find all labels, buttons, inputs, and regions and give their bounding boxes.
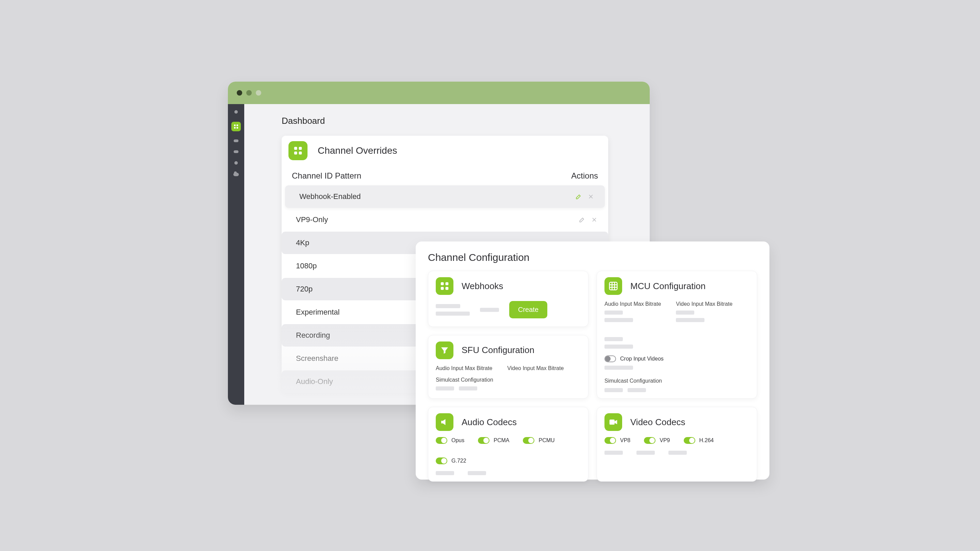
panel-title: Channel Overrides [318, 145, 397, 156]
edit-icon[interactable] [578, 216, 586, 223]
audio-codecs-card: Audio Codecs OpusPCMAPCMUG.722 [428, 407, 589, 482]
audio-codec-toggle[interactable]: PCMU [523, 437, 554, 444]
sidebar [228, 104, 244, 405]
mcu-simulcast-label: Simulcast Configuration [605, 378, 749, 384]
mcu-audio-label: Audio Input Max Bitrate [605, 301, 661, 307]
toggle-label: Opus [452, 437, 464, 444]
sfu-simulcast-label: Simulcast Configuration [436, 377, 581, 383]
audio-codec-toggle[interactable]: Opus [436, 437, 464, 444]
toggle-switch[interactable] [684, 437, 695, 444]
svg-rect-9 [445, 282, 449, 285]
table-row[interactable]: Webhook-Enabled [285, 185, 605, 208]
toggle-label: H.264 [699, 437, 714, 444]
svg-rect-11 [445, 287, 449, 290]
svg-rect-13 [609, 420, 615, 425]
sfu-title: SFU Configuration [461, 345, 535, 355]
svg-rect-4 [294, 147, 297, 150]
channel-config-popover: Channel Configuration Webhooks Create [416, 242, 770, 479]
svg-rect-1 [236, 124, 238, 126]
video-icon [605, 413, 622, 431]
svg-rect-6 [294, 152, 297, 155]
audio-codec-toggle[interactable]: G.722 [436, 457, 466, 464]
row-label: Webhook-Enabled [299, 192, 361, 201]
row-label: Screenshare [296, 354, 339, 363]
svg-rect-5 [299, 147, 302, 150]
video-codec-toggle[interactable]: VP8 [605, 437, 630, 444]
crop-label: Crop Input Videos [620, 356, 663, 362]
row-label: 1080p [296, 261, 317, 271]
mcu-video-label: Video Input Max Bitrate [676, 301, 732, 307]
sidebar-item-3[interactable] [234, 139, 239, 142]
row-label: 4Kp [296, 239, 309, 247]
toggle-switch[interactable] [644, 437, 655, 444]
edit-icon[interactable] [575, 193, 582, 200]
audio-codec-toggle[interactable]: PCMA [478, 437, 509, 444]
row-label: 720p [296, 285, 313, 293]
create-button[interactable]: Create [509, 301, 547, 318]
toggle-label: PCMU [538, 437, 554, 444]
toggle-label: VP9 [660, 437, 670, 444]
window-close-dot[interactable] [237, 90, 242, 96]
window-min-dot[interactable] [246, 90, 252, 96]
svg-rect-8 [441, 282, 444, 285]
video-codecs-title: Video Codecs [630, 417, 685, 428]
close-icon[interactable] [590, 216, 598, 223]
sidebar-item-dashboard[interactable] [231, 122, 241, 131]
window-max-dot[interactable] [256, 90, 261, 96]
grid-icon [436, 277, 453, 295]
audio-codecs-title: Audio Codecs [461, 417, 517, 428]
table-icon [605, 277, 622, 295]
col-actions: Actions [571, 171, 598, 181]
video-codec-toggle[interactable]: H.264 [684, 437, 714, 444]
toggle-switch[interactable] [605, 437, 616, 444]
toggle-switch[interactable] [478, 437, 490, 444]
row-label: Recording [296, 331, 330, 340]
toggle-switch[interactable] [436, 437, 447, 444]
table-row[interactable]: VP9-Only [282, 209, 608, 231]
toggle-label: G.722 [452, 458, 466, 464]
sidebar-item-5[interactable] [234, 161, 238, 165]
toggle-switch[interactable] [523, 437, 535, 444]
mcu-title: MCU Configuration [630, 281, 705, 291]
video-codecs-card: Video Codecs VP8VP9H.264 [597, 407, 757, 482]
webhooks-title: Webhooks [461, 281, 503, 291]
svg-rect-0 [234, 124, 236, 126]
page-title: Dashboard [282, 116, 626, 126]
sfu-video-label: Video Input Max Bitrate [507, 365, 564, 371]
row-label: Audio-Only [296, 377, 333, 386]
webhooks-card: Webhooks Create [428, 271, 589, 327]
video-codec-toggle[interactable]: VP9 [644, 437, 670, 444]
svg-rect-2 [234, 127, 236, 129]
sidebar-item-4[interactable] [234, 150, 239, 153]
toggle-switch[interactable] [436, 457, 447, 464]
sidebar-item-cloud[interactable] [233, 173, 239, 176]
toggle-label: VP8 [620, 437, 630, 444]
speaker-icon [436, 413, 453, 431]
col-pattern: Channel ID Pattern [292, 171, 361, 181]
titlebar [228, 82, 650, 104]
popover-title: Channel Configuration [428, 252, 757, 263]
svg-rect-3 [236, 127, 238, 129]
grid-icon [288, 141, 307, 160]
toggle-label: PCMA [493, 437, 509, 444]
sidebar-item-1[interactable] [234, 110, 238, 114]
close-icon[interactable] [587, 193, 595, 200]
row-label: VP9-Only [296, 215, 328, 224]
sfu-audio-label: Audio Input Max Bitrate [436, 365, 492, 371]
filter-icon [436, 341, 453, 359]
svg-rect-10 [441, 287, 444, 290]
sfu-card: SFU Configuration Audio Input Max Bitrat… [428, 335, 589, 399]
crop-toggle[interactable] [605, 355, 616, 362]
svg-rect-7 [299, 152, 302, 155]
row-label: Experimental [296, 308, 339, 317]
mcu-card: MCU Configuration Audio Input Max Bitrat… [597, 271, 757, 399]
svg-rect-12 [609, 282, 617, 290]
